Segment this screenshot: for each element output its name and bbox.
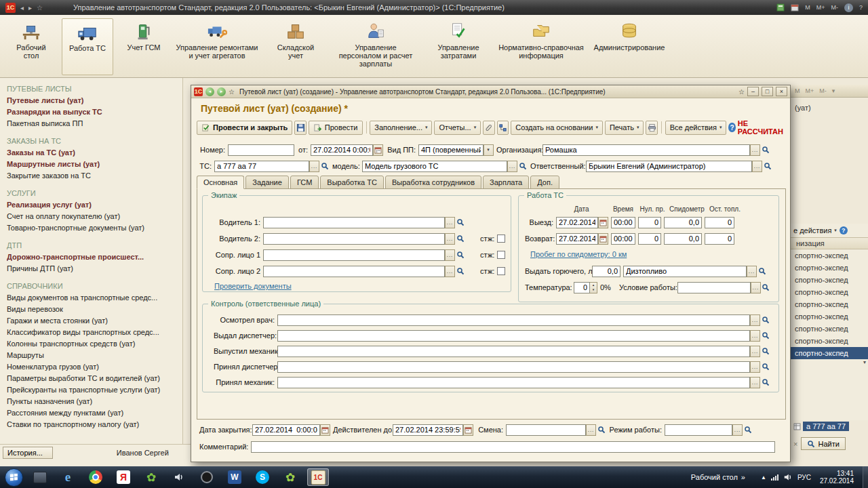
sidebar-item-vidy-perevozok[interactable]: Виды перевозок [7, 304, 182, 315]
find-button[interactable]: Найти [801, 437, 845, 450]
sidebar-item-punkty-naznacheniya[interactable]: Пункты назначения (уат) [7, 396, 182, 407]
language-indicator[interactable]: РУС [797, 474, 811, 481]
select-button[interactable]: ... [445, 217, 455, 228]
help-titlebar-icon[interactable]: ? [859, 4, 863, 11]
return-date-input[interactable] [556, 233, 598, 245]
ribbon-item-repairs[interactable]: Управление ремонтами и учет агрегатов [174, 18, 260, 62]
open-button[interactable] [455, 249, 465, 261]
open-button[interactable] [761, 282, 771, 293]
sidebar-item-marshruty[interactable]: Маршруты [7, 350, 182, 361]
select-button[interactable]: ... [750, 144, 760, 156]
desktop-toolbar-label[interactable]: Рабочий стол [691, 473, 738, 481]
tab-employee-output[interactable]: Выработка сотрудников [385, 176, 481, 189]
sidebar-item-schet-na-oplatu[interactable]: Счет на оплату покупателю (уат) [7, 211, 182, 222]
memory-m-plus-button[interactable]: M+ [816, 4, 825, 11]
list-item[interactable]: спортно-экспед [791, 262, 868, 274]
calculator-icon[interactable] [776, 3, 785, 12]
stz-checkbox[interactable] [497, 267, 505, 275]
select-button[interactable]: ... [507, 161, 517, 172]
vehicle-input[interactable] [214, 161, 309, 172]
favorites-star-icon[interactable]: ☆ [37, 4, 43, 12]
mechanic-out-input[interactable] [277, 346, 750, 357]
select-button[interactable]: ... [750, 314, 760, 326]
responsible-input[interactable] [586, 161, 752, 172]
list-item[interactable]: спортно-экспед [791, 323, 868, 335]
valid-to-input[interactable] [393, 424, 463, 436]
minimize-button[interactable]: – [747, 87, 759, 96]
sidebar-item-preyskuranty[interactable]: Прейскуранты на транспортные услуги (уат… [7, 384, 182, 396]
select-button[interactable]: ... [750, 346, 760, 357]
departure-time-input[interactable] [611, 217, 635, 228]
calendar-button[interactable] [320, 424, 330, 436]
open-button[interactable] [760, 330, 770, 342]
help-icon[interactable]: ? [840, 226, 848, 235]
mechanic-in-input[interactable] [277, 377, 750, 388]
work-mode-input[interactable] [665, 424, 732, 436]
print-form-button[interactable] [646, 121, 658, 135]
list-item[interactable]: спортно-экспед [791, 249, 868, 262]
desktop-toolbar[interactable]: Рабочий стол » [691, 473, 745, 481]
select-button[interactable]: ... [445, 249, 455, 261]
select-button[interactable]: ... [445, 233, 455, 245]
dispatcher-out-input[interactable] [277, 330, 750, 342]
subordination-button[interactable] [497, 121, 509, 135]
sidebar-item-marshrutnye-listy[interactable]: Маршрутные листы (уат) [7, 159, 182, 170]
forward-icon[interactable]: ▸ [28, 4, 32, 12]
taskbar-icq[interactable]: ✿ [140, 468, 162, 486]
sidebar-item-garazhi[interactable]: Гаражи и места стоянки (уат) [7, 315, 182, 327]
back-icon[interactable]: ◂ [20, 4, 24, 12]
sidebar-item-ttd[interactable]: Товарно-транспортные документы (уат) [7, 222, 182, 234]
organization-input[interactable] [542, 144, 750, 156]
fuel-issue-input[interactable] [592, 266, 620, 277]
clear-filter-icon[interactable]: × [793, 440, 797, 448]
tab-salary[interactable]: Зарплата [483, 176, 529, 189]
help-icon[interactable]: ? [728, 123, 735, 132]
sidebar-item-realizatsiya-uslug[interactable]: Реализация услуг (уат) [7, 199, 182, 211]
departure-fuel-input[interactable] [705, 217, 734, 228]
sidebar-item-raznaryadki[interactable]: Разнарядки на выпуск ТС [7, 106, 182, 118]
tab-vehicle-output[interactable]: Выработка ТС [320, 176, 384, 189]
number-input[interactable] [228, 144, 294, 156]
sidebar-item-dtp-docs[interactable]: Дорожно-транспортные происшест... [7, 251, 182, 263]
tray-expand-icon[interactable]: ▲ [761, 474, 766, 481]
taskbar-icq-2[interactable]: ✿ [279, 468, 301, 486]
calendar-button[interactable] [373, 144, 383, 156]
return-zero-run-input[interactable] [638, 233, 661, 245]
sidebar-item-zakrytie-zakazov[interactable]: Закрытие заказов на ТС [7, 170, 182, 182]
show-desktop-button[interactable] [863, 466, 868, 488]
fill-button[interactable]: Заполнение...▾ [370, 121, 432, 135]
ribbon-item-master-data[interactable]: Нормативно-справочная информация [497, 18, 585, 62]
spin-up-icon[interactable]: ▴ [590, 283, 597, 287]
sidebar-item-prichiny-dtp[interactable]: Причины ДТП (уат) [7, 263, 182, 274]
open-button[interactable] [517, 161, 528, 172]
ribbon-item-administration[interactable]: Администрирование [594, 18, 665, 54]
ribbon-item-costs[interactable]: Управление затратами [429, 18, 488, 62]
taskbar-clock[interactable]: 13:41 27.02.2014 [820, 470, 854, 485]
taskbar-chrome[interactable] [85, 468, 106, 486]
open-button[interactable] [455, 266, 465, 277]
open-button[interactable] [757, 266, 767, 277]
close-button[interactable]: × [776, 87, 787, 96]
back-icon[interactable]: ◂ [205, 87, 214, 96]
stz-checkbox[interactable] [497, 251, 505, 259]
taskbar-volume-app[interactable] [168, 468, 190, 486]
sidebar-item-rasstoyaniya[interactable]: Расстояния между пунктами (уат) [7, 407, 182, 419]
sidebar-item-klassifikator[interactable]: Классификатор виды транспортных средс... [7, 327, 182, 338]
calendar-button[interactable] [598, 233, 608, 245]
comment-input[interactable] [251, 441, 775, 453]
open-button[interactable] [760, 346, 770, 357]
taskbar-skype[interactable]: S [252, 468, 273, 486]
start-button[interactable] [5, 468, 23, 487]
scroll-down-icon[interactable]: ▾ [791, 359, 868, 365]
open-button[interactable] [455, 233, 465, 245]
tab-task[interactable]: Задание [245, 176, 289, 189]
document-window-titlebar[interactable]: 1С ◂ ▸ ☆ Путевой лист (уат) (создание) -… [191, 85, 790, 98]
return-fuel-input[interactable] [705, 233, 734, 245]
chevron-right-icon[interactable]: » [741, 473, 745, 481]
create-based-button[interactable]: Создать на основании▾ [511, 121, 603, 135]
column-header-organization[interactable]: низация [791, 237, 868, 249]
escort1-input[interactable] [263, 249, 445, 261]
sidebar-item-paketnaya-vypiska[interactable]: Пакетная выписка ПП [7, 118, 182, 129]
taskbar-file-manager[interactable] [29, 468, 51, 486]
ribbon-item-hr-payroll[interactable]: Управление персоналом и расчет зарплаты [332, 18, 420, 70]
